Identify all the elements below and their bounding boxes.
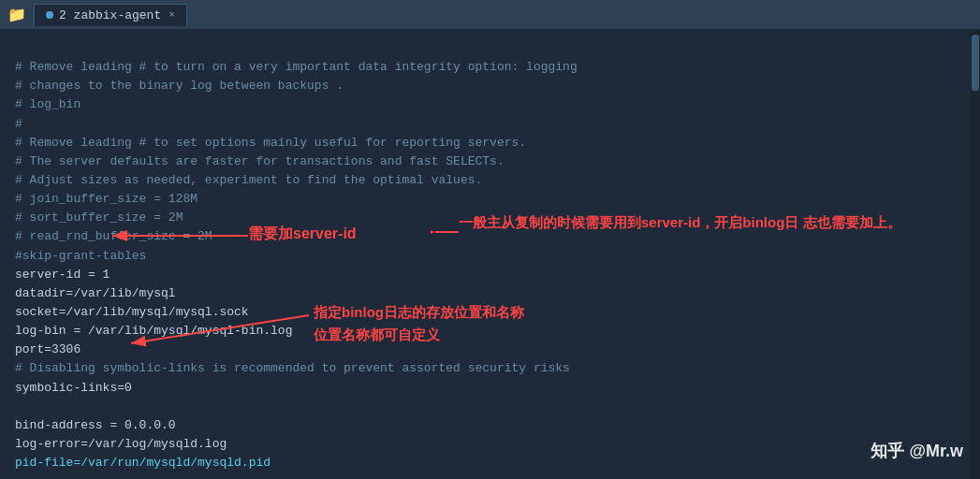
watermark: 知乎 @Mr.w bbox=[870, 440, 963, 462]
folder-icon: 📁 bbox=[7, 6, 26, 24]
line-2: # changes to the binary log between back… bbox=[15, 79, 344, 93]
line-12: server-id = 1 bbox=[15, 268, 110, 282]
line-16: port=3306 bbox=[15, 342, 80, 356]
line-15: log-bin = /var/lib/mysql/mysql-bin.log bbox=[15, 324, 292, 338]
line-9: # sort_buffer_size = 2M bbox=[15, 210, 183, 225]
line-3: # log_bin bbox=[15, 97, 80, 111]
line-17: # Disabling symbolic-links is recommende… bbox=[15, 361, 570, 375]
line-20: log-error=/var/log/mysqld.log bbox=[15, 437, 227, 451]
line-5: # Remove leading # to set options mainly… bbox=[15, 136, 526, 150]
scrollbar-thumb[interactable] bbox=[972, 35, 979, 91]
line-19: bind-address = 0.0.0.0 bbox=[15, 418, 176, 432]
tab-dot bbox=[46, 11, 53, 19]
line-11: #skip-grant-tables bbox=[15, 249, 146, 263]
code-content: # Remove leading # to turn on a very imp… bbox=[15, 39, 965, 479]
line-18: symbolic-links=0 bbox=[15, 381, 132, 395]
line-1: # Remove leading # to turn on a very imp… bbox=[15, 60, 578, 74]
line-10: # read_rnd_buffer_size = 2M bbox=[15, 229, 212, 243]
line-13: datadir=/var/lib/mysql bbox=[15, 286, 176, 300]
line-6: # The server defaults are faster for tra… bbox=[15, 154, 505, 168]
scrollbar[interactable] bbox=[971, 30, 980, 479]
line-7: # Adjust sizes as needed, experiment to … bbox=[15, 173, 482, 187]
tab-label: 2 zabbix-agent bbox=[59, 8, 161, 22]
line-4: # bbox=[15, 117, 22, 131]
code-editor: # Remove leading # to turn on a very imp… bbox=[0, 30, 980, 479]
editor-tab[interactable]: 2 zabbix-agent × bbox=[34, 4, 187, 26]
titlebar: 📁 2 zabbix-agent × bbox=[0, 0, 980, 30]
line-8: # join_buffer_size = 128M bbox=[15, 192, 197, 206]
tab-close-button[interactable]: × bbox=[168, 9, 175, 21]
line-21: pid-file=/var/run/mysqld/mysqld.pid bbox=[15, 456, 271, 470]
line-14: socket=/var/lib/mysql/mysql.sock bbox=[15, 305, 249, 319]
